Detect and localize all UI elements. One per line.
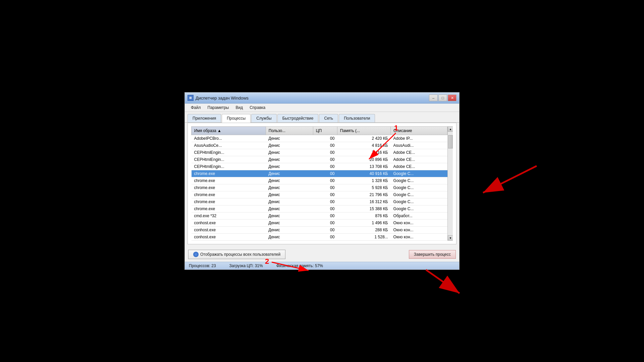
show-all-processes-button[interactable]: Отображать процессы всех пользователей xyxy=(188,250,285,259)
table-row[interactable]: CEPHtmlEngin...Денис007 416 КБAdobe CE..… xyxy=(192,149,447,156)
menu-bar: Файл Параметры Вид Справка xyxy=(185,104,459,112)
table-row[interactable]: cmd.exe *32Денис00876 КБОбработ... xyxy=(192,213,447,220)
window-title: Диспетчер задач Windows xyxy=(196,96,249,101)
tab-performance[interactable]: Быстродействие xyxy=(277,114,319,122)
col-user[interactable]: Пользо... xyxy=(266,127,313,135)
status-processes: Процессов: 23 xyxy=(189,263,216,268)
table-row[interactable]: chrome.exeДенис0021 796 КБGoogle C... xyxy=(192,191,447,198)
close-button[interactable]: ✕ xyxy=(448,95,457,101)
maximize-button[interactable]: □ xyxy=(438,95,447,101)
col-memory[interactable]: Память (... xyxy=(337,127,390,135)
footer: Отображать процессы всех пользователей З… xyxy=(185,247,459,262)
tab-users[interactable]: Пользователи xyxy=(339,114,375,122)
table-body: AdobeIPCBro...Денис002 420 КБAdobe IP...… xyxy=(192,135,447,241)
status-cpu: Загрузка ЦП: 31% xyxy=(229,263,263,268)
tab-services[interactable]: Службы xyxy=(251,114,276,122)
status-bar: Процессов: 23 Загрузка ЦП: 31% Физическа… xyxy=(185,262,459,269)
table-row[interactable]: conhost.exeДенис00288 КБОкно кон... xyxy=(192,227,447,234)
table-row[interactable]: CEPHtmlEngin...Денис0013 708 КБAdobe CE.… xyxy=(192,163,447,170)
title-buttons: – □ ✕ xyxy=(429,95,457,101)
scroll-track[interactable] xyxy=(448,132,453,235)
menu-file[interactable]: Файл xyxy=(187,104,204,111)
scrollbar[interactable]: ▲ ▼ xyxy=(447,126,453,241)
tab-processes[interactable]: Процессы xyxy=(222,114,251,123)
title-bar-left: ⊞ Диспетчер задач Windows xyxy=(187,95,249,101)
table-row[interactable]: chrome.exeДенис0040 916 КБGoogle C... xyxy=(192,170,447,177)
tabs-bar: Приложения Процессы Службы Быстродействи… xyxy=(185,112,459,123)
task-manager-window: ⊞ Диспетчер задач Windows – □ ✕ Файл Пар… xyxy=(184,92,460,270)
menu-help[interactable]: Справка xyxy=(246,104,269,111)
table-row[interactable]: chrome.exeДенис001 328 КБGoogle C... xyxy=(192,177,447,184)
content-area: Имя образа ▲ Пользо... ЦП Память (... Оп… xyxy=(187,123,457,244)
table-row[interactable]: CEPHtmlEngin...Денис0020 896 КБAdobe CE.… xyxy=(192,156,447,163)
minimize-button[interactable]: – xyxy=(429,95,438,101)
shield-icon xyxy=(193,252,199,257)
table-row[interactable]: chrome.exeДенис005 928 КБGoogle C... xyxy=(192,184,447,191)
table-row[interactable]: chrome.exeДенис0015 388 КБGoogle C... xyxy=(192,205,447,213)
menu-view[interactable]: Вид xyxy=(232,104,246,111)
table-header: Имя образа ▲ Пользо... ЦП Память (... Оп… xyxy=(192,127,447,135)
scroll-up-button[interactable]: ▲ xyxy=(448,126,453,132)
table-row[interactable]: conhost.exeДенис001 496 КБОкно кон... xyxy=(192,220,447,227)
col-desc[interactable]: Описание xyxy=(391,127,447,135)
table-row[interactable]: AdobeIPCBro...Денис002 420 КБAdobe IP... xyxy=(192,135,447,142)
menu-parameters[interactable]: Параметры xyxy=(204,104,232,111)
scroll-thumb[interactable] xyxy=(448,135,453,148)
title-bar: ⊞ Диспетчер задач Windows – □ ✕ xyxy=(185,93,459,104)
col-cpu[interactable]: ЦП xyxy=(313,127,337,135)
end-process-button[interactable]: Завершить процесс xyxy=(409,250,456,259)
status-memory: Физическая память: 57% xyxy=(276,263,323,268)
tab-network[interactable]: Сеть xyxy=(319,114,338,122)
table-row[interactable]: conhost.exeДенис001 528...Окно кон... xyxy=(192,234,447,241)
col-name[interactable]: Имя образа ▲ xyxy=(192,127,266,135)
table-row[interactable]: AsusAudioCe...Денис004 816 КБAsusAudi... xyxy=(192,142,447,149)
window-icon: ⊞ xyxy=(187,95,194,101)
table-wrapper: Имя образа ▲ Пользо... ЦП Память (... Оп… xyxy=(191,126,453,241)
scroll-down-button[interactable]: ▼ xyxy=(448,235,453,241)
process-table: Имя образа ▲ Пользо... ЦП Память (... Оп… xyxy=(191,126,447,241)
table-row[interactable]: chrome.exeДенис0016 312 КБGoogle C... xyxy=(192,198,447,205)
tab-applications[interactable]: Приложения xyxy=(187,114,221,122)
